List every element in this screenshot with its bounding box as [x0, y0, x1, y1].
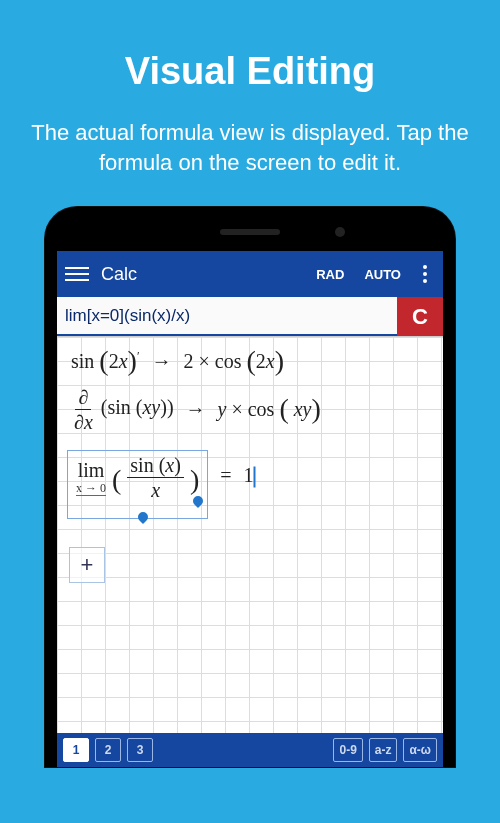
keyboard-mode-tab[interactable]: α-ω	[403, 738, 437, 762]
formula-row[interactable]: sin (2x)′ → 2 × cos (2x)	[63, 345, 437, 383]
formula-expression[interactable]: ∂∂x (sin (xy))	[71, 387, 174, 432]
keyboard-mode-tab[interactable]: 0-9	[333, 738, 362, 762]
menu-icon[interactable]	[65, 267, 89, 281]
page-tab-1[interactable]: 1	[63, 738, 89, 762]
precision-mode-button[interactable]: AUTO	[358, 263, 407, 286]
formula-result: 2 × cos (2x)	[184, 350, 285, 373]
formula-expression[interactable]: sin (2x)′	[71, 349, 140, 373]
phone-frame: Calc RAD AUTO C sin (2x)′ → 2 × cos (2x)…	[45, 207, 455, 767]
cursor-handle-icon[interactable]	[191, 494, 205, 508]
formula-result: y × cos ( xy)	[218, 398, 321, 421]
clear-button[interactable]: C	[397, 297, 443, 336]
hero-subtitle: The actual formula view is displayed. Ta…	[0, 118, 500, 177]
keyboard-mode-tab[interactable]: a-z	[369, 738, 398, 762]
phone-speaker	[220, 229, 280, 235]
page-tab-2[interactable]: 2	[95, 738, 121, 762]
arrow-icon: →	[152, 350, 172, 373]
arrow-icon: →	[186, 398, 206, 421]
cursor-handle-icon[interactable]	[136, 510, 150, 524]
angle-mode-button[interactable]: RAD	[310, 263, 350, 286]
app-screen: Calc RAD AUTO C sin (2x)′ → 2 × cos (2x)…	[57, 251, 443, 767]
bottom-bar: 123 0-9a-zα-ω	[57, 733, 443, 767]
page-tab-3[interactable]: 3	[127, 738, 153, 762]
active-expression-box[interactable]: lim x → 0 ( sin (x) x )	[67, 450, 208, 519]
formula-row-active[interactable]: lim x → 0 ( sin (x) x ) = 1	[63, 442, 437, 529]
input-row: C	[57, 297, 443, 337]
app-title: Calc	[101, 264, 137, 285]
overflow-menu-icon[interactable]	[415, 265, 435, 283]
phone-camera	[335, 227, 345, 237]
formula-input[interactable]	[57, 297, 397, 336]
hero-title: Visual Editing	[125, 50, 376, 93]
limit-argument[interactable]: sin (x) x	[127, 455, 184, 500]
formula-row[interactable]: ∂∂x (sin (xy)) → y × cos ( xy)	[63, 383, 437, 442]
add-row-button[interactable]: +	[69, 547, 105, 583]
app-bar: Calc RAD AUTO	[57, 251, 443, 297]
limit-operator[interactable]: lim x → 0	[76, 460, 106, 496]
equals-sign: =	[220, 464, 231, 487]
workspace[interactable]: sin (2x)′ → 2 × cos (2x) ∂∂x (sin (xy)) …	[57, 337, 443, 733]
text-cursor	[254, 467, 255, 487]
formula-result: 1	[244, 464, 255, 487]
